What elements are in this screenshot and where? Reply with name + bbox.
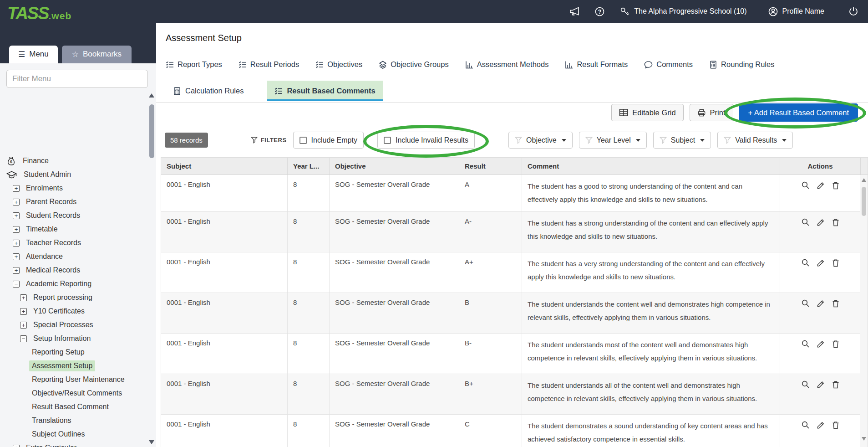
edit-button[interactable] (816, 218, 825, 227)
help-button[interactable]: ? (594, 6, 605, 17)
edit-button[interactable] (816, 421, 825, 430)
tab-result-periods[interactable]: Result Periods (239, 60, 299, 69)
subject-filter-dropdown[interactable]: Subject (653, 132, 711, 149)
sidebar-item-objective-result-comments[interactable]: Objective/Result Comments (0, 386, 148, 400)
collapse-minus-icon[interactable]: − (20, 335, 27, 342)
sidebar-item-teacher-records[interactable]: +Teacher Records (0, 236, 148, 250)
tab-assessment-methods[interactable]: Assessment Methods (465, 60, 549, 69)
delete-button[interactable] (831, 380, 840, 389)
sidebar-item-result-based-comment[interactable]: Result Based Comment (0, 400, 148, 414)
tab-objective-groups[interactable]: Objective Groups (379, 60, 448, 69)
sidebar-item-student-records[interactable]: +Student Records (0, 209, 148, 222)
view-button[interactable] (801, 258, 810, 267)
expand-plus-icon[interactable]: + (13, 253, 20, 260)
scroll-down-icon[interactable] (149, 440, 154, 444)
delete-button[interactable] (831, 181, 840, 190)
sidebar-item-parent-records[interactable]: +Parent Records (0, 195, 148, 209)
expand-plus-icon[interactable]: + (13, 240, 20, 247)
edit-button[interactable] (816, 380, 825, 389)
edit-button[interactable] (816, 299, 825, 308)
scroll-down-icon[interactable] (862, 437, 866, 441)
add-result-based-comment-button[interactable]: + Add Result Based Comment (739, 103, 858, 122)
column-header-subject[interactable]: Subject (161, 158, 288, 175)
sidebar-item-reporting-setup[interactable]: Reporting Setup (0, 345, 148, 359)
scrollbar-thumb[interactable] (149, 104, 154, 158)
expand-plus-icon[interactable]: + (13, 226, 20, 233)
sidebar-item-attendance[interactable]: +Attendance (0, 250, 148, 263)
view-button[interactable] (801, 380, 810, 389)
sidebar-item-timetable[interactable]: +Timetable (0, 222, 148, 236)
print-button[interactable]: Print (690, 104, 733, 121)
school-selector[interactable]: The Alpha Progressive School (10) (619, 6, 746, 17)
expand-plus-icon[interactable]: + (13, 185, 20, 192)
checkbox-icon[interactable] (384, 137, 391, 144)
expand-plus-icon[interactable]: + (13, 445, 20, 447)
column-header-objective[interactable]: Objective (330, 158, 459, 175)
table-scrollbar[interactable] (860, 175, 868, 447)
edit-button[interactable] (816, 339, 825, 349)
column-header-comment[interactable]: Comment (522, 158, 780, 175)
sidebar-scrollbar[interactable] (149, 93, 155, 444)
include-invalid-results-checkbox[interactable]: Include Invalid Results (377, 132, 475, 149)
tab-result-formats[interactable]: Result Formats (565, 60, 628, 69)
tab-objectives[interactable]: Objectives (315, 60, 362, 69)
column-header-result[interactable]: Result (459, 158, 522, 175)
expand-plus-icon[interactable]: + (13, 199, 20, 206)
tab-calculation-rules[interactable]: Calculation Rules (166, 81, 251, 101)
view-button[interactable] (801, 339, 810, 349)
expand-plus-icon[interactable]: + (20, 308, 27, 315)
delete-button[interactable] (831, 339, 840, 349)
tab-menu[interactable]: ☰ Menu (9, 46, 58, 63)
checkbox-icon[interactable] (299, 137, 307, 144)
sidebar-item-reporting-user-maintenance[interactable]: Reporting User Maintenance (0, 373, 148, 386)
view-button[interactable] (801, 181, 810, 190)
delete-button[interactable] (831, 218, 840, 227)
profile-menu[interactable]: Profile Name (768, 6, 824, 17)
cell-subject: 0001 - English (161, 334, 288, 374)
tab-rounding-rules[interactable]: Rounding Rules (709, 60, 774, 69)
tab-result-based-comments[interactable]: Result Based Comments (267, 81, 382, 101)
logout-button[interactable] (848, 6, 859, 17)
expand-plus-icon[interactable]: + (13, 212, 20, 219)
sidebar-item-medical-records[interactable]: +Medical Records (0, 263, 148, 277)
delete-button[interactable] (831, 258, 840, 267)
tab-comments[interactable]: Comments (644, 60, 693, 69)
expand-plus-icon[interactable]: + (20, 294, 27, 301)
sidebar-item-y10-certificates[interactable]: +Y10 Certificates (0, 304, 148, 318)
scroll-up-icon[interactable] (149, 93, 154, 98)
include-empty-checkbox[interactable]: Include Empty (293, 132, 364, 149)
tab-report-types[interactable]: Report Types (166, 60, 222, 69)
view-button[interactable] (801, 421, 810, 430)
column-header-year-level[interactable]: Year L... (288, 158, 330, 175)
expand-plus-icon[interactable]: + (13, 267, 20, 274)
edit-button[interactable] (816, 258, 825, 267)
edit-button[interactable] (816, 181, 825, 190)
delete-button[interactable] (831, 299, 840, 308)
year-level-filter-dropdown[interactable]: Year Level (579, 132, 647, 149)
filter-menu-input[interactable] (6, 70, 148, 88)
scrollbar-thumb[interactable] (862, 187, 866, 216)
expand-plus-icon[interactable]: + (20, 322, 27, 329)
tab-bookmarks[interactable]: ☆ Bookmarks (62, 46, 132, 63)
announcements-button[interactable] (569, 6, 581, 16)
scroll-up-icon[interactable] (862, 178, 866, 182)
view-button[interactable] (801, 218, 810, 227)
sidebar-item-enrolments[interactable]: +Enrolments (0, 181, 148, 195)
collapse-minus-icon[interactable]: − (13, 281, 20, 288)
sidebar-item-academic-reporting[interactable]: −Academic Reporting (0, 277, 148, 291)
sidebar-item-report-processing[interactable]: +Report processing (0, 291, 148, 304)
sidebar-item-assessment-setup[interactable]: Assessment Setup (0, 359, 148, 373)
sidebar-item-special-processes[interactable]: +Special Processes (0, 318, 148, 332)
sidebar-item-subject-outlines[interactable]: Subject Outlines (0, 427, 148, 441)
sidebar-item-setup-information[interactable]: −Setup Information (0, 332, 148, 345)
sidebar-item-extra-curricular[interactable]: +Extra Curricular (0, 441, 148, 447)
sidebar-item-label: Extra Curricular (23, 442, 79, 447)
sidebar-item-finance[interactable]: $Finance (0, 154, 148, 168)
objective-filter-dropdown[interactable]: Objective (508, 132, 573, 149)
sidebar-item-student-admin[interactable]: Student Admin (0, 168, 148, 181)
sidebar-item-translations[interactable]: Translations (0, 414, 148, 427)
delete-button[interactable] (831, 421, 840, 430)
view-button[interactable] (801, 299, 810, 308)
valid-results-filter-dropdown[interactable]: Valid Results (717, 132, 793, 149)
editable-grid-button[interactable]: Editable Grid (611, 104, 683, 121)
